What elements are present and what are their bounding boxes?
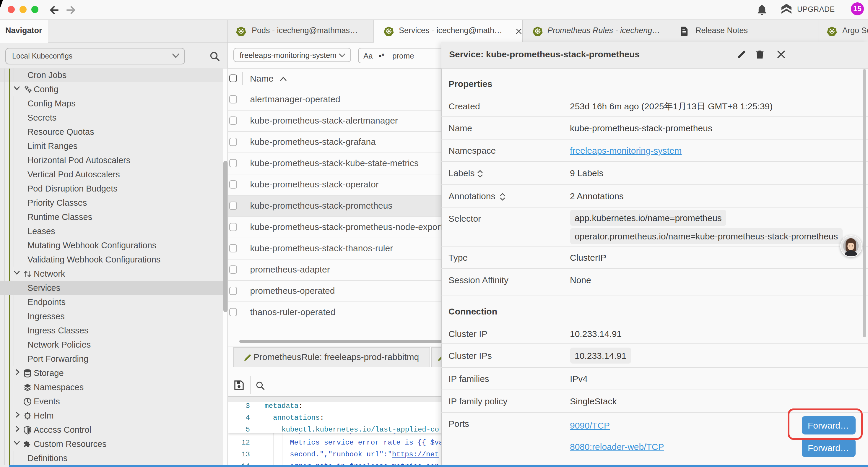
svg-text:H: H [27, 415, 28, 417]
